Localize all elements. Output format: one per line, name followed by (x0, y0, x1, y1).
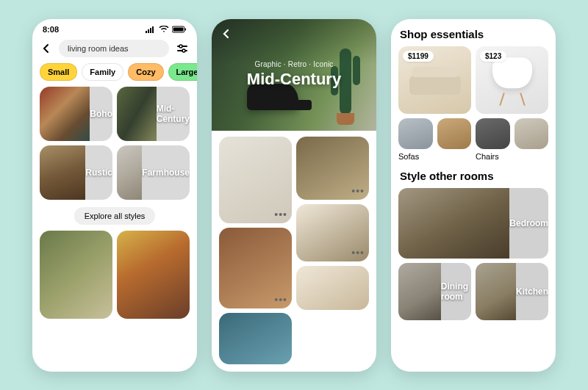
status-icons (146, 26, 187, 33)
pin[interactable] (296, 266, 369, 310)
shop-card-chair[interactable]: $123 (476, 46, 548, 114)
style-pins-masonry: ••• ••• ••• ••• (212, 131, 376, 372)
room-label: Kitchen (516, 286, 548, 297)
svg-rect-2 (150, 28, 151, 33)
more-icon[interactable]: ••• (351, 247, 365, 259)
room-label: Bedroom (509, 218, 548, 228)
back-button[interactable] (40, 42, 53, 55)
shop-essentials-title: Shop essentials (391, 19, 556, 46)
room-tile-kitchen[interactable]: Kitchen (476, 263, 548, 320)
battery-icon (172, 26, 187, 33)
shop-card-sofa[interactable]: $1199 (398, 46, 471, 114)
style-title: Mid-Century (247, 70, 341, 89)
more-icon[interactable]: ••• (274, 209, 287, 220)
pin[interactable] (117, 231, 190, 319)
wifi-icon (159, 26, 169, 33)
chip-cozy[interactable]: Cozy (128, 63, 163, 81)
shop-grid: $1199 $123 (391, 46, 556, 149)
more-icon[interactable]: ••• (274, 294, 287, 306)
shop-category-labels: Sofas Chairs (391, 149, 556, 161)
shop-label-chairs[interactable]: Chairs (476, 152, 548, 161)
style-tile-rustic[interactable]: Rustic (40, 145, 112, 200)
style-label: Rustic (85, 167, 112, 178)
phone-shop: Shop essentials $1199 $123 Sofas Chairs … (391, 19, 556, 372)
svg-point-8 (182, 49, 185, 52)
style-label: Mid-Century (157, 104, 190, 124)
pin[interactable] (40, 231, 112, 319)
filter-chips: Small Family Cozy Large Layo (32, 63, 197, 87)
rooms-grid: Bedroom Dining room Kitchen (391, 188, 556, 328)
search-input[interactable]: living room ideas (59, 40, 169, 57)
pin[interactable]: ••• (219, 228, 292, 308)
chip-small[interactable]: Small (40, 63, 77, 81)
results-grid (32, 231, 197, 326)
pin[interactable] (219, 313, 292, 364)
svg-point-7 (179, 45, 182, 48)
pin[interactable]: ••• (296, 204, 369, 261)
room-label: Dining room (441, 281, 471, 302)
room-tile-bedroom[interactable]: Bedroom (398, 188, 548, 259)
svg-rect-6 (185, 28, 187, 30)
phone-style-detail: Graphic · Retro · Iconic Mid-Century •••… (212, 19, 376, 372)
style-label: Farmhouse (142, 167, 190, 178)
search-row: living room ideas (32, 37, 197, 63)
price-badge: $123 (480, 51, 506, 62)
room-tile-dining[interactable]: Dining room (398, 263, 471, 320)
status-time: 8:08 (43, 25, 59, 34)
style-tile-boho[interactable]: Boho (40, 87, 112, 141)
style-tile-midcentury[interactable]: Mid-Century (117, 87, 190, 141)
chip-family[interactable]: Family (82, 63, 123, 81)
style-hero: Graphic · Retro · Iconic Mid-Century (212, 19, 376, 131)
shop-card-chair-alt[interactable] (514, 118, 549, 149)
explore-all-styles-button[interactable]: Explore all styles (74, 207, 156, 225)
styles-grid: Boho Mid-Century Rustic Farmhouse (32, 87, 197, 200)
phone-search: 8:08 living room ideas Small Family Cozy… (32, 19, 197, 372)
svg-rect-1 (148, 29, 149, 33)
status-bar: 8:08 (32, 19, 197, 37)
svg-rect-5 (173, 27, 184, 31)
cellular-icon (146, 26, 156, 33)
svg-rect-3 (152, 26, 154, 33)
shop-card-sofa-alt[interactable] (437, 118, 472, 149)
more-icon[interactable]: ••• (351, 185, 365, 197)
pin[interactable]: ••• (296, 137, 369, 200)
style-breadcrumbs: Graphic · Retro · Iconic (254, 60, 333, 68)
shop-label-sofas[interactable]: Sofas (398, 152, 471, 161)
chip-large[interactable]: Large (168, 63, 198, 81)
shop-card-chair-alt[interactable] (476, 118, 510, 149)
style-label: Boho (90, 109, 112, 119)
shop-card-sofa-alt[interactable] (398, 118, 433, 149)
pin[interactable]: ••• (219, 137, 292, 223)
svg-rect-0 (146, 31, 147, 33)
back-button[interactable] (220, 28, 232, 43)
style-tile-farmhouse[interactable]: Farmhouse (117, 145, 190, 200)
style-other-rooms-title: Style other rooms (391, 161, 556, 188)
price-badge: $1199 (403, 51, 434, 62)
filter-button[interactable] (175, 41, 190, 56)
